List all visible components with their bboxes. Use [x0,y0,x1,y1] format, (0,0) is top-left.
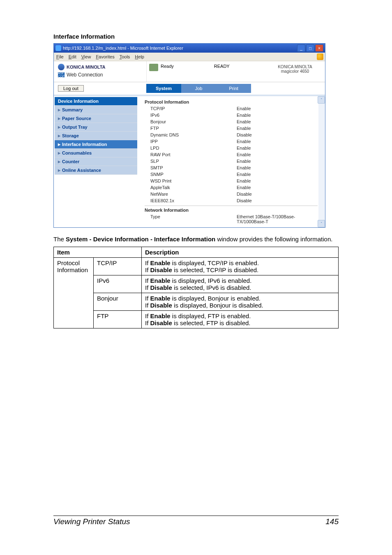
protocol-row: LPDEnable [145,145,318,151]
table-row: FTPIf Enable is displayed, FTP is enable… [54,311,339,328]
device-model: KONICA MINOLTA magicolor 4650 [269,64,321,78]
protocol-value: Enable [237,159,318,164]
sidebar-header[interactable]: Device Information [55,97,137,106]
menu-edit[interactable]: Edit [69,54,76,59]
menu-view[interactable]: View [81,54,91,59]
tab-job[interactable]: Job [181,84,216,93]
pagescope-label: Web Connection [67,72,103,78]
menu-file[interactable]: File [56,54,64,59]
protocol-value: Disable [237,192,318,197]
protocol-key: LPD [145,146,237,150]
tab-print[interactable]: Print [216,84,251,93]
protocol-row: AppleTalkEnable [145,184,318,191]
col-item: Item [54,247,142,258]
footer-rule [53,516,339,516]
protocol-value: Enable [237,139,318,144]
sidebar-item-counter[interactable]: ▶Counter [55,157,137,166]
sub-cell: FTP [94,311,142,328]
main-panel: Protocol Information TCP/IPEnableIPv6Ena… [138,96,325,227]
desc-cell: If Enable is displayed, FTP is enabled.I… [142,311,339,328]
protocol-info-heading: Protocol Information [145,99,318,104]
protocol-key: NetWare [145,192,237,197]
window-title: http://192.168.1.2/m_index.html - Micros… [63,46,183,51]
ie-logo-icon [317,53,323,60]
info-table: Item Description Protocol InformationTCP… [53,247,339,328]
sidebar-item-papersource[interactable]: ▶Paper Source [55,114,137,123]
protocol-row: RAW PortEnable [145,151,318,158]
protocol-value: Enable [237,119,318,124]
triangle-icon: ▶ [58,125,60,129]
triangle-icon: ▶ [58,108,60,112]
protocol-row: FTPEnable [145,125,318,132]
protocol-value: Enable [237,165,318,170]
section-title: Interface Information [53,33,339,40]
protocol-value: Disable [237,132,318,137]
pagescope-icon: PAGE SCOPE [58,72,65,77]
triangle-icon: ▶ [58,143,60,146]
sidebar-item-label: Storage [62,133,79,138]
protocol-key: SNMP [145,172,237,177]
footer-title: Viewing Printer Status [53,517,130,526]
sidebar-item-interfaceinfo[interactable]: ▶Interface Information [55,140,137,149]
protocol-key: Dynamic DNS [145,132,237,137]
sidebar-item-label: Online Assistance [62,168,101,173]
network-type-value: Ethernet 10Base-T/100Base-TX/1000Base-T [237,214,318,224]
close-button[interactable]: × [315,44,323,52]
protocol-key: TCP/IP [145,106,237,111]
printer-icon [149,64,158,71]
brand-name: KONICA MINOLTA [67,65,106,69]
protocol-key: IPP [145,139,237,144]
protocol-value: Enable [237,106,318,111]
protocol-value: Enable [237,178,318,183]
panel-divider [145,206,318,206]
sidebar-item-label: Summary [62,107,83,112]
protocol-value: Enable [237,126,318,131]
sidebar-item-onlineassist[interactable]: ▶Online Assistance [55,166,137,175]
protocol-value: Enable [237,185,318,190]
page-content: KONICA MINOLTA PAGE SCOPE Web Connection… [54,61,325,227]
protocol-key: IPv6 [145,113,237,118]
tab-system[interactable]: System [146,84,181,93]
protocol-row: NetWareDisable [145,191,318,197]
table-row: BonjourIf Enable is displayed, Bonjour i… [54,293,339,311]
protocol-key: SLP [145,159,237,164]
protocol-value: Disable [237,198,318,203]
sidebar-item-storage[interactable]: ▶Storage [55,132,137,140]
group-cell: Protocol Information [54,258,94,328]
protocol-value: Enable [237,172,318,177]
sidebar-item-label: Consumables [62,150,92,155]
triangle-icon: ▶ [58,160,60,164]
protocol-row: IPPEnable [145,138,318,145]
menu-help[interactable]: Help [135,54,144,59]
menubar: File Edit View Favorites Tools Help [54,53,325,61]
menu-favorites[interactable]: Favorites [96,54,114,59]
sidebar-item-label: Output Tray [62,125,88,130]
table-row: Protocol InformationTCP/IPIf Enable is d… [54,258,339,275]
protocol-key: Bonjour [145,119,237,124]
sub-cell: IPv6 [94,275,142,293]
sidebar: Device Information ▶Summary ▶Paper Sourc… [54,96,138,227]
protocol-row: Dynamic DNSDisable [145,132,318,138]
sidebar-item-consumables[interactable]: ▶Consumables [55,149,137,157]
explanation-text: The System - Device Information - Interf… [53,235,339,243]
protocol-row: SMTPEnable [145,164,318,171]
status-ready-small: Ready [161,64,174,69]
sidebar-item-label: Paper Source [62,116,91,121]
protocol-key: RAW Port [145,152,237,157]
browser-window: http://192.168.1.2/m_index.html - Micros… [53,43,325,228]
protocol-key: WSD Print [145,178,237,183]
maximize-button[interactable]: □ [306,44,314,52]
sidebar-item-summary[interactable]: ▶Summary [55,106,137,114]
protocol-row: WSD PrintEnable [145,178,318,184]
protocol-value: Enable [237,152,318,157]
logout-button[interactable]: Log out [58,85,84,92]
minimize-button[interactable]: _ [297,44,305,52]
protocol-key: FTP [145,126,237,131]
desc-cell: If Enable is displayed, TCP/IP is enable… [142,258,339,275]
sidebar-item-label: Interface Information [62,142,107,147]
menu-tools[interactable]: Tools [120,54,130,59]
protocol-value: Enable [237,146,318,150]
triangle-icon: ▶ [58,117,60,120]
sidebar-item-outputtray[interactable]: ▶Output Tray [55,123,137,132]
desc-cell: If Enable is displayed, IPv6 is enabled.… [142,275,339,293]
